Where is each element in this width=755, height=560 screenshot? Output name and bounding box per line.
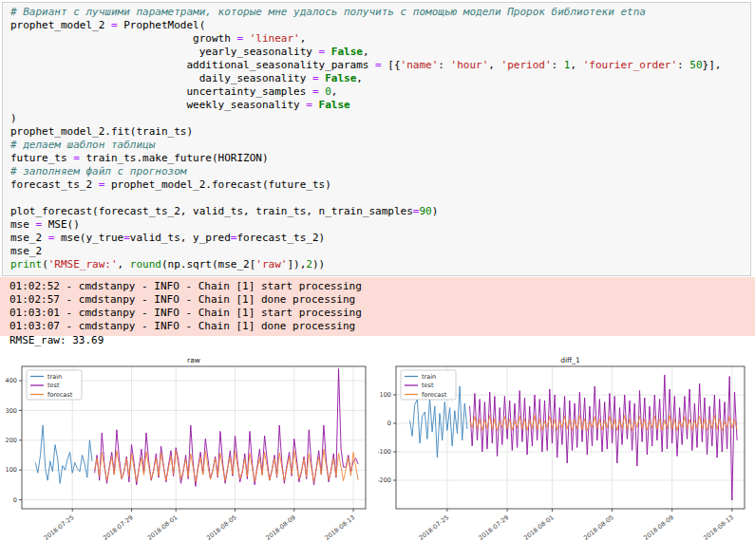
y-tick-label: 100 — [6, 466, 17, 474]
code-token — [325, 46, 331, 58]
code-line: # Вариант с лучшими параметрами, которые… — [10, 6, 746, 19]
code-token: mse_2 — [10, 232, 48, 244]
code-token: )) — [312, 258, 325, 271]
code-token — [312, 99, 319, 111]
code-token: = — [312, 85, 319, 98]
figures-row: 01002003004002018-07-252018-07-292018-08… — [0, 354, 755, 557]
code-token: 0 — [325, 85, 331, 98]
train-series-line — [35, 425, 92, 483]
code-line: mse = MSE() — [10, 218, 746, 232]
code-token: , — [300, 32, 307, 45]
code-token: 'raw' — [255, 258, 287, 271]
code-token: 'RMSE_raw:' — [48, 258, 118, 271]
code-token: 'fourier_order' — [583, 59, 677, 71]
code-token: 'period' — [501, 59, 552, 71]
code-token: mse(y_true — [54, 232, 123, 244]
code-token: # Вариант с лучшими параметрами, которые… — [10, 6, 646, 18]
code-token: forecast_ts_2 — [10, 178, 99, 191]
x-tick-label: 2018-08-13 — [324, 513, 357, 542]
y-tick-label: 400 — [6, 377, 17, 384]
code-token: 50 — [689, 59, 702, 71]
legend-label: train — [47, 373, 62, 381]
stderr-output: 01:02:52 - cmdstanpy - INFO - Chain [1] … — [0, 277, 755, 336]
x-tick-label: 2018-08-01 — [146, 513, 179, 542]
code-line: daily_seasonality = False, — [10, 72, 746, 85]
code-token: additional_seasonality_params — [10, 59, 375, 71]
x-tick-label: 2018-08-13 — [702, 513, 735, 542]
code-token: weekly_seasonality — [10, 99, 306, 111]
code-token: plot_forecast(forecast_ts_2, valid_ts, t… — [10, 205, 413, 217]
chart-title: diff_1 — [560, 356, 580, 364]
log-line: 01:02:57 - cmdstanpy - INFO - Chain [1] … — [9, 293, 746, 307]
code-token: growth — [10, 32, 236, 45]
code-token: daily_seasonality — [10, 72, 312, 84]
code-token: : — [552, 59, 564, 71]
x-tick-label: 2018-07-25 — [43, 513, 76, 542]
y-tick-label: 0 — [13, 496, 17, 504]
code-token: , — [363, 46, 369, 58]
code-line: # делаем шаблон таблицы — [10, 139, 746, 152]
code-token: = — [306, 99, 312, 111]
x-tick-label: 2018-07-29 — [102, 513, 135, 542]
code-token: ) — [10, 112, 17, 124]
code-line: mse_2 = mse(y_true=valid_ts, y_pred=fore… — [10, 232, 746, 245]
legend-label: train — [422, 373, 436, 381]
y-tick-label: -200 — [378, 476, 391, 484]
code-token: mse — [10, 218, 36, 231]
code-token: 'name' — [401, 59, 439, 71]
code-token: = — [312, 72, 319, 84]
log-line: 01:03:01 - cmdstanpy - INFO - Chain [1] … — [9, 307, 746, 320]
code-token: train_ts.make_future(HORIZON) — [80, 152, 269, 164]
code-cell-input[interactable]: # Вариант с лучшими параметрами, которые… — [2, 2, 751, 276]
x-tick-label: 2018-08-05 — [582, 513, 615, 542]
code-token: , — [331, 85, 338, 98]
code-line: additional_seasonality_params = [{'name'… — [10, 59, 746, 72]
y-tick-label: 0 — [387, 420, 391, 427]
code-line — [10, 192, 746, 205]
code-token: = — [375, 59, 382, 71]
code-token: False — [319, 99, 350, 111]
code-token: uncertainty_samples — [10, 85, 312, 98]
legend-label: test — [422, 382, 434, 389]
legend-label: test — [47, 382, 60, 389]
chart-title: raw — [187, 356, 200, 364]
code-token: 90 — [419, 205, 431, 217]
log-line: 01:02:52 - cmdstanpy - INFO - Chain [1] … — [9, 280, 746, 293]
code-token: : — [677, 59, 689, 71]
code-token: = — [111, 19, 118, 31]
code-line: ) — [10, 112, 746, 125]
code-token: future_ts — [10, 152, 73, 164]
code-token: [{ — [382, 59, 401, 71]
code-line: future_ts = train_ts.make_future(HORIZON… — [10, 152, 746, 165]
code-token: , — [118, 258, 130, 271]
code-token: ( — [42, 258, 48, 271]
code-token: prophet_model_2 — [10, 19, 111, 31]
legend-label: forecast — [47, 391, 73, 399]
x-tick-label: 2018-08-09 — [264, 513, 297, 542]
code-token: forecast_ts_2) — [236, 232, 325, 244]
y-tick-label: 100 — [380, 391, 391, 399]
code-token: 'linear' — [250, 32, 300, 45]
log-line: 01:03:07 - cmdstanpy - INFO - Chain [1] … — [9, 320, 746, 333]
code-token: ]), — [287, 258, 306, 271]
code-token: 'hour' — [451, 59, 489, 71]
code-token: yearly_seasonality — [10, 46, 319, 58]
code-token: 2 — [306, 258, 312, 271]
code-token — [243, 32, 250, 45]
x-tick-label: 2018-07-29 — [478, 513, 511, 542]
x-tick-label: 2018-07-25 — [417, 513, 450, 542]
code-line: yearly_seasonality = False, — [10, 46, 746, 59]
code-token: MSE() — [42, 218, 80, 231]
code-token: # заполняем файл с прогнозом — [10, 165, 186, 177]
code-token: = — [123, 232, 130, 244]
x-tick-label: 2018-08-09 — [642, 513, 675, 542]
y-tick-label: 300 — [6, 407, 17, 415]
code-token: ProphetModel( — [118, 19, 206, 31]
code-token: , — [356, 72, 363, 84]
test-series-line — [470, 375, 737, 500]
code-token: False — [331, 46, 363, 58]
code-token: (np.sqrt(mse_2[ — [161, 258, 255, 271]
code-line: prophet_model_2.fit(train_ts) — [10, 125, 746, 139]
code-token: : — [438, 59, 450, 71]
code-line: # заполняем файл с прогнозом — [10, 165, 746, 178]
